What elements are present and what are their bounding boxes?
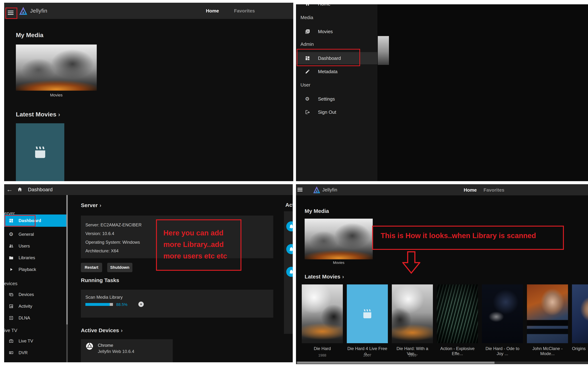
drawer-item-signout[interactable]: Sign Out	[296, 106, 377, 118]
latest-movies-heading[interactable]: Latest Movies›	[16, 111, 60, 118]
hamburger-menu-button[interactable]	[8, 11, 14, 15]
library-card-movies[interactable]	[16, 44, 97, 91]
movie-title[interactable]: John McClane - Mode...	[527, 346, 568, 356]
horizontal-scrollbar[interactable]	[296, 362, 588, 364]
drawer-item-movies[interactable]: Movies	[296, 26, 377, 37]
tab-favorites[interactable]: Favorites	[484, 187, 505, 193]
tab-home[interactable]: Home	[206, 8, 219, 14]
movies-library-poster	[16, 44, 97, 91]
server-os: Operating System: Windows	[85, 240, 140, 245]
sidebar-item-dlna[interactable]: DLNA	[4, 313, 66, 323]
restart-button[interactable]: Restart	[81, 263, 102, 272]
horizontal-scrollbar-thumb[interactable]	[297, 362, 494, 364]
jellyfin-logo: Jellyfin	[19, 7, 47, 15]
sidebar-scrollbar-thumb[interactable]	[66, 195, 68, 324]
chevron-right-icon: ›	[342, 274, 344, 280]
movie-card[interactable]	[482, 284, 523, 343]
dashboard-sidebar: erver Dashboard ⚙ General Users Librarie…	[4, 195, 66, 362]
drawer-item-settings[interactable]: ⚙ Settings	[296, 93, 377, 105]
jellyfin-logo-icon	[313, 186, 320, 193]
movie-card[interactable]	[392, 284, 433, 343]
sidebar-item-libraries[interactable]: Libraries	[4, 253, 66, 263]
movie-card[interactable]	[302, 284, 343, 343]
home-icon[interactable]	[17, 187, 22, 192]
gear-icon: ⚙	[305, 96, 310, 101]
active-device-card[interactable]: Chrome Jellyfin Web 10.6.4	[81, 339, 173, 362]
activity-avatar	[286, 244, 293, 254]
latest-movie-placeholder-card[interactable]	[16, 123, 64, 181]
jellyfin-logo-icon	[19, 7, 27, 15]
movie-poster	[572, 284, 588, 343]
app-header: Jellyfin Home Favorites	[296, 184, 588, 195]
clapperboard-icon	[361, 308, 373, 320]
sidebar-item-activity[interactable]: Activity	[4, 301, 66, 311]
library-card-label[interactable]: Movies	[305, 261, 373, 265]
task-percent: 88.5%	[116, 302, 127, 307]
dimmed-poster-fragment	[378, 36, 389, 65]
sidebar-item-general[interactable]: ⚙ General	[4, 229, 66, 239]
devices-icon	[9, 292, 14, 297]
server-name: Server: EC2AMAZ-ENCIBER	[85, 222, 142, 227]
movie-poster	[302, 284, 343, 343]
movie-title[interactable]: Die Hard - Ode to Joy ...	[482, 346, 523, 356]
dlna-icon	[9, 316, 14, 320]
movie-card[interactable]	[347, 284, 388, 343]
device-client: Jellyfin Web 10.6.4	[98, 349, 134, 354]
movie-card[interactable]	[437, 284, 478, 343]
sidebar-item-dvr[interactable]: DVR	[4, 348, 66, 358]
latest-movies-heading[interactable]: Latest Movies›	[305, 274, 344, 280]
panel-admin-dashboard: ← Dashboard erver Dashboard ⚙ General Us…	[4, 184, 293, 362]
bell-icon	[289, 246, 293, 252]
chevron-right-icon: ›	[99, 202, 101, 208]
running-tasks-heading: Running Tasks	[81, 277, 119, 283]
panel-home-after-scan: Jellyfin Home Favorites My Media Movies …	[296, 184, 588, 364]
sidebar-item-devices[interactable]: Devices	[4, 289, 66, 300]
panel-navigation-drawer: Home Media Movies Admin Dashboard Metada…	[296, 4, 588, 181]
back-arrow-icon[interactable]: ←	[6, 186, 13, 193]
drawer-item-dashboard[interactable]: Dashboard	[296, 52, 377, 64]
shutdown-button[interactable]: Shutdown	[107, 263, 132, 272]
activity-heading-partial: Activ	[285, 202, 293, 208]
movie-poster	[482, 284, 523, 343]
gear-icon: ⚙	[9, 232, 13, 237]
server-heading[interactable]: Server›	[81, 202, 101, 208]
task-name: Scan Media Library	[85, 295, 123, 300]
dashboard-icon	[305, 56, 310, 61]
drawer-item-home[interactable]: Home	[296, 4, 377, 10]
sidebar-item-users[interactable]: Users	[4, 241, 66, 251]
movie-year: 2007	[347, 353, 388, 358]
clapperboard-icon	[33, 145, 48, 160]
pencil-icon	[305, 69, 310, 74]
annotation-box-scanned: This is How it looks..when Library is sc…	[372, 226, 564, 250]
tab-favorites[interactable]: Favorites	[234, 8, 255, 14]
sidebar-scrollbar[interactable]	[66, 195, 68, 362]
movie-title[interactable]: Action - Explosive Effe...	[437, 346, 478, 356]
library-card-movies[interactable]	[305, 219, 373, 259]
drawer-section-user: User	[300, 82, 310, 88]
library-card-label[interactable]: Movies	[16, 93, 97, 98]
my-media-heading: My Media	[16, 32, 43, 39]
annotation-text: This is How it looks..when Library is sc…	[381, 232, 536, 240]
drawer: Home Media Movies Admin Dashboard Metada…	[296, 4, 377, 181]
bell-icon	[289, 224, 293, 229]
sidebar-item-livetv[interactable]: Live TV	[4, 336, 66, 346]
play-icon	[9, 267, 14, 272]
app-header: Jellyfin Home Favorites	[4, 3, 293, 19]
movie-title[interactable]: Origins	[572, 346, 588, 351]
sidebar-item-dashboard[interactable]: Dashboard	[4, 215, 66, 227]
active-devices-heading[interactable]: Active Devices›	[81, 327, 123, 333]
movie-year: 1988	[302, 353, 343, 358]
hamburger-menu-button[interactable]	[297, 188, 303, 191]
dashboard-icon	[9, 218, 14, 223]
drawer-item-metadata[interactable]: Metadata	[296, 66, 377, 77]
movie-card[interactable]	[527, 284, 568, 343]
cancel-task-button[interactable]: ×	[138, 302, 144, 307]
users-icon	[9, 244, 14, 248]
server-version: Version: 10.6.4	[85, 231, 114, 236]
sidebar-item-playback[interactable]: Playback	[4, 264, 66, 274]
movie-title[interactable]: Die Hard	[302, 346, 343, 351]
tab-home[interactable]: Home	[464, 187, 477, 193]
movie-card[interactable]	[572, 284, 588, 343]
server-info-card: Server: EC2AMAZ-ENCIBER Version: 10.6.4 …	[81, 216, 273, 258]
jellyfin-logo: Jellyfin	[313, 186, 337, 193]
